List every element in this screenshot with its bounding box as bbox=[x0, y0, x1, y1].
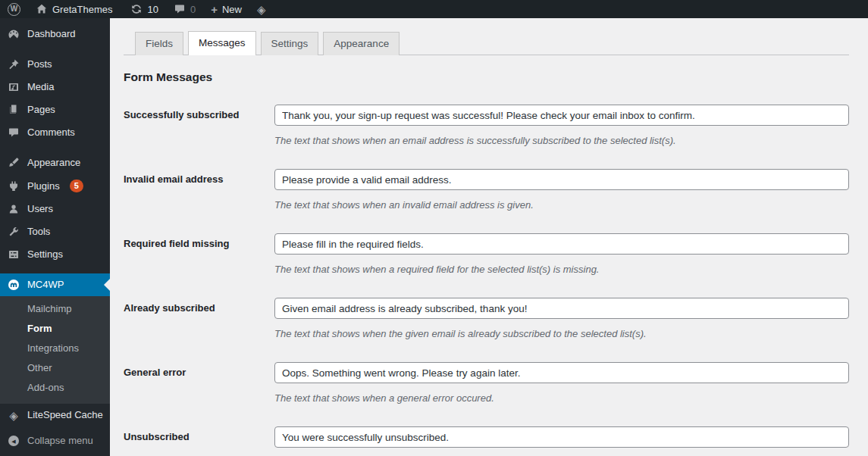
mc4wp-icon bbox=[7, 279, 20, 291]
submenu-item-mailchimp[interactable]: Mailchimp bbox=[0, 299, 110, 319]
message-row-required-field: Required field missing The text that sho… bbox=[124, 233, 849, 276]
sidebar-item-settings[interactable]: Settings bbox=[0, 243, 110, 266]
field-description: The text that shows when an invalid emai… bbox=[274, 199, 849, 211]
tab-fields[interactable]: Fields bbox=[135, 32, 183, 55]
form-messages-page: Fields Messages Settings Appearance Form… bbox=[110, 18, 868, 456]
sidebar-item-label: Users bbox=[27, 203, 53, 215]
message-row-invalid-email: Invalid email address The text that show… bbox=[124, 169, 849, 211]
field-label: Required field missing bbox=[124, 233, 274, 276]
comments-icon bbox=[7, 126, 20, 139]
dashboard-icon bbox=[7, 28, 20, 40]
plus-icon: + bbox=[211, 4, 218, 15]
sidebar-item-label: Pages bbox=[27, 104, 55, 116]
sidebar-item-appearance[interactable]: Appearance bbox=[0, 151, 110, 174]
field-label: Unsubscribed bbox=[124, 426, 274, 456]
field-description: The text that shows when a required fiel… bbox=[274, 264, 849, 276]
new-label: New bbox=[222, 4, 242, 15]
pages-icon bbox=[7, 104, 20, 116]
new-content-menu[interactable]: + New bbox=[203, 0, 249, 18]
comments-link[interactable]: 0 bbox=[166, 0, 203, 18]
message-row-general-error: General error The text that shows when a… bbox=[124, 362, 849, 404]
pushpin-icon bbox=[7, 58, 20, 70]
submenu-item-integrations[interactable]: Integrations bbox=[0, 339, 110, 358]
litespeed-icon: ◈ bbox=[7, 409, 20, 421]
message-row-successfully-subscribed: Successfully subscribed The text that sh… bbox=[124, 105, 849, 147]
sidebar-item-label: MC4WP bbox=[27, 279, 64, 291]
site-name-link[interactable]: GretaThemes bbox=[28, 0, 120, 18]
sidebar-item-mc4wp[interactable]: MC4WP bbox=[0, 273, 110, 296]
tab-appearance[interactable]: Appearance bbox=[323, 32, 400, 55]
admin-bar: W GretaThemes 10 0 + New ◈ bbox=[0, 0, 868, 18]
sidebar-item-plugins[interactable]: Plugins 5 bbox=[0, 174, 110, 198]
field-label: Already subscribed bbox=[124, 298, 274, 340]
sidebar-item-posts[interactable]: Posts bbox=[0, 53, 110, 76]
sidebar-item-label: Posts bbox=[27, 58, 52, 70]
update-count: 10 bbox=[147, 4, 158, 15]
field-description: The text that shows when an email addres… bbox=[274, 135, 849, 147]
field-description: The text that shows when a general error… bbox=[274, 392, 849, 404]
media-icon bbox=[7, 81, 20, 93]
field-label: Invalid email address bbox=[124, 169, 274, 211]
wrench-icon bbox=[7, 226, 20, 238]
already-subscribed-input[interactable] bbox=[274, 298, 849, 319]
message-row-already-subscribed: Already subscribed The text that shows w… bbox=[124, 298, 849, 340]
plugins-update-badge: 5 bbox=[70, 180, 83, 192]
sidebar-item-dashboard[interactable]: Dashboard bbox=[0, 23, 110, 45]
plugin-icon bbox=[7, 180, 20, 192]
sidebar-item-label: LiteSpeed Cache bbox=[27, 409, 103, 421]
submenu-item-other[interactable]: Other bbox=[0, 358, 110, 378]
field-label: Successfully subscribed bbox=[124, 105, 274, 147]
sidebar-item-label: Settings bbox=[27, 248, 63, 261]
sidebar-item-label: Tools bbox=[27, 226, 50, 238]
sidebar-item-label: Dashboard bbox=[27, 28, 76, 40]
comment-count: 0 bbox=[190, 4, 196, 15]
home-icon bbox=[36, 3, 48, 15]
comment-icon bbox=[174, 3, 186, 15]
sidebar-item-label: Media bbox=[27, 81, 54, 93]
submenu-item-form[interactable]: Form bbox=[0, 319, 110, 339]
unsubscribed-input[interactable] bbox=[274, 426, 849, 448]
admin-sidebar-menu: Dashboard Posts Media Pages Comments App… bbox=[0, 18, 110, 456]
submenu-item-addons[interactable]: Add-ons bbox=[0, 378, 110, 398]
sidebar-item-pages[interactable]: Pages bbox=[0, 98, 110, 121]
tab-messages[interactable]: Messages bbox=[188, 31, 256, 55]
invalid-email-input[interactable] bbox=[274, 169, 849, 190]
wordpress-icon: W bbox=[8, 3, 20, 16]
litespeed-icon: ◈ bbox=[257, 4, 266, 15]
paintbrush-icon bbox=[7, 157, 20, 169]
collapse-menu-button[interactable]: ◀ Collapse menu bbox=[0, 429, 110, 452]
general-error-input[interactable] bbox=[274, 362, 849, 383]
sidebar-item-users[interactable]: Users bbox=[0, 198, 110, 220]
required-field-input[interactable] bbox=[274, 233, 849, 255]
successfully-subscribed-input[interactable] bbox=[274, 105, 849, 126]
collapse-menu-label: Collapse menu bbox=[27, 435, 93, 447]
site-name-label: GretaThemes bbox=[52, 4, 112, 15]
updates-icon bbox=[130, 3, 143, 15]
litespeed-admin-bar-menu[interactable]: ◈ bbox=[249, 0, 274, 18]
user-icon bbox=[7, 203, 20, 215]
form-settings-tabs: Fields Messages Settings Appearance bbox=[124, 31, 849, 55]
tab-settings[interactable]: Settings bbox=[261, 32, 319, 55]
sidebar-item-label: Appearance bbox=[27, 157, 80, 169]
updates-link[interactable]: 10 bbox=[123, 0, 165, 18]
sidebar-item-label: Comments bbox=[27, 126, 75, 139]
collapse-arrow-icon: ◀ bbox=[7, 435, 20, 447]
sidebar-item-tools[interactable]: Tools bbox=[0, 220, 110, 243]
sidebar-item-litespeed-cache[interactable]: ◈ LiteSpeed Cache bbox=[0, 404, 110, 426]
wordpress-logo-menu[interactable]: W bbox=[0, 0, 28, 18]
message-row-unsubscribed: Unsubscribed When using the unsubscribe … bbox=[124, 426, 849, 456]
mc4wp-submenu: Mailchimp Form Integrations Other Add-on… bbox=[0, 296, 110, 404]
sidebar-item-media[interactable]: Media bbox=[0, 76, 110, 98]
field-description: The text that shows when the given email… bbox=[274, 328, 849, 340]
page-title: Form Messages bbox=[124, 70, 849, 84]
sidebar-item-comments[interactable]: Comments bbox=[0, 121, 110, 144]
field-label: General error bbox=[124, 362, 274, 404]
settings-icon bbox=[7, 248, 20, 261]
sidebar-item-label: Plugins bbox=[27, 180, 60, 192]
